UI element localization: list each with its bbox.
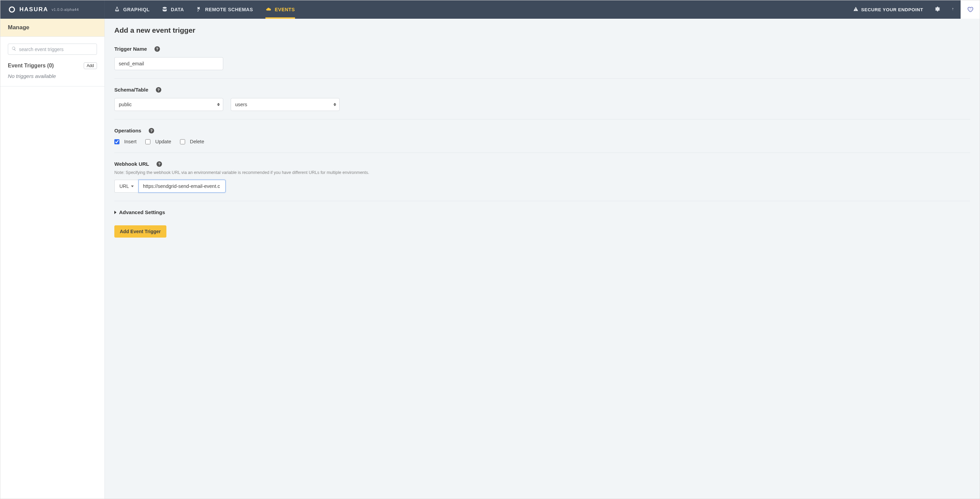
schema-table-label: Schema/Table (115, 87, 148, 92)
brand-version: v1.0.0-alpha44 (52, 8, 79, 11)
search-input[interactable] (19, 47, 93, 52)
operations-label: Operations (115, 128, 141, 134)
nav-tabs: GRAPHIQL DATA REMOTE SCHEMAS EVENTS (105, 0, 295, 19)
op-delete[interactable]: Delete (180, 139, 204, 144)
tab-graphiql[interactable]: GRAPHIQL (115, 0, 150, 19)
main: Add a new event trigger Trigger Name ? S… (105, 19, 980, 499)
help-icon[interactable]: ? (156, 87, 161, 92)
brand: HASURA v1.0.0-alpha44 (0, 0, 105, 19)
top-nav: HASURA v1.0.0-alpha44 GRAPHIQL DATA R (0, 0, 980, 19)
tab-data-label: DATA (171, 7, 184, 12)
page-title: Add a new event trigger (115, 26, 970, 34)
tab-data[interactable]: DATA (162, 0, 184, 19)
help-button[interactable] (945, 0, 961, 19)
section-trigger-name: Trigger Name ? (115, 46, 970, 79)
secure-endpoint-label: SECURE YOUR ENDPOINT (861, 7, 923, 12)
webhook-url-row: URL (115, 180, 970, 193)
op-insert[interactable]: Insert (115, 139, 137, 144)
advanced-settings-toggle[interactable]: Advanced Settings (115, 209, 970, 215)
warning-icon (853, 6, 859, 13)
chevron-right-icon (115, 211, 116, 214)
schema-table-label-row: Schema/Table ? (115, 87, 970, 92)
trigger-name-label: Trigger Name (115, 46, 147, 52)
brand-name: HASURA (19, 6, 48, 13)
help-icon[interactable]: ? (154, 46, 160, 52)
chevron-down-icon (131, 185, 134, 187)
nav-right: SECURE YOUR ENDPOINT (847, 0, 980, 19)
question-icon (951, 6, 955, 13)
trigger-name-label-row: Trigger Name ? (115, 46, 970, 52)
op-delete-checkbox[interactable] (180, 139, 185, 144)
add-event-trigger-button[interactable]: Add Event Trigger (115, 225, 166, 238)
operations-label-row: Operations ? (115, 128, 970, 134)
webhook-url-type-dropdown[interactable]: URL (115, 180, 138, 193)
settings-button[interactable] (929, 0, 945, 19)
no-triggers-message: No triggers available (8, 73, 97, 79)
op-update-checkbox[interactable] (145, 139, 150, 144)
tab-remote-schemas-label: REMOTE SCHEMAS (205, 7, 253, 12)
webhook-label: Webhook URL (115, 161, 149, 167)
secure-endpoint-link[interactable]: SECURE YOUR ENDPOINT (847, 0, 929, 19)
advanced-settings-label: Advanced Settings (119, 209, 165, 215)
webhook-url-type-label: URL (119, 183, 129, 189)
help-icon[interactable]: ? (156, 161, 162, 167)
flask-icon (115, 6, 120, 13)
triggers-header-row: Event Triggers (0) Add (8, 62, 97, 69)
tab-graphiql-label: GRAPHIQL (123, 7, 150, 12)
brand-logo-icon (8, 5, 16, 14)
table-select[interactable]: users (231, 98, 340, 111)
webhook-url-input[interactable] (138, 180, 226, 193)
webhook-label-row: Webhook URL ? (115, 161, 970, 167)
tab-events-label: EVENTS (275, 7, 295, 12)
section-schema-table: Schema/Table ? public users (115, 87, 970, 120)
trigger-name-input[interactable] (115, 57, 223, 70)
section-webhook: Webhook URL ? Note: Specifying the webho… (115, 161, 970, 201)
op-insert-label: Insert (124, 139, 137, 144)
operations-row: Insert Update Delete (115, 139, 970, 144)
heart-icon (966, 6, 974, 14)
op-update-label: Update (155, 139, 171, 144)
plug-icon (196, 6, 202, 13)
database-icon (162, 6, 167, 13)
help-icon[interactable]: ? (149, 128, 154, 134)
op-insert-checkbox[interactable] (115, 139, 119, 144)
tab-events[interactable]: EVENTS (266, 0, 295, 19)
add-trigger-button[interactable]: Add (84, 62, 97, 69)
body: Manage Event Triggers (0) Add No trigger… (0, 19, 980, 499)
triggers-header: Event Triggers (0) (8, 63, 54, 69)
op-update[interactable]: Update (145, 139, 171, 144)
cloud-icon (266, 6, 272, 13)
gear-icon (934, 6, 940, 13)
section-operations: Operations ? Insert Update Delete (115, 128, 970, 153)
webhook-note: Note: Specifying the webhook URL via an … (115, 170, 970, 175)
app-root: HASURA v1.0.0-alpha44 GRAPHIQL DATA R (0, 0, 980, 499)
search-wrap (8, 43, 97, 55)
love-tab[interactable] (961, 0, 980, 19)
sidebar: Manage Event Triggers (0) Add No trigger… (0, 19, 105, 499)
schema-select[interactable]: public (115, 98, 223, 111)
tab-remote-schemas[interactable]: REMOTE SCHEMAS (196, 0, 253, 19)
op-delete-label: Delete (190, 139, 204, 144)
schema-select-wrap: public (115, 98, 223, 111)
sidebar-manage-header[interactable]: Manage (0, 19, 105, 37)
table-select-wrap: users (231, 98, 340, 111)
search-icon (11, 46, 16, 52)
sidebar-content: Event Triggers (0) Add No triggers avail… (0, 37, 105, 86)
